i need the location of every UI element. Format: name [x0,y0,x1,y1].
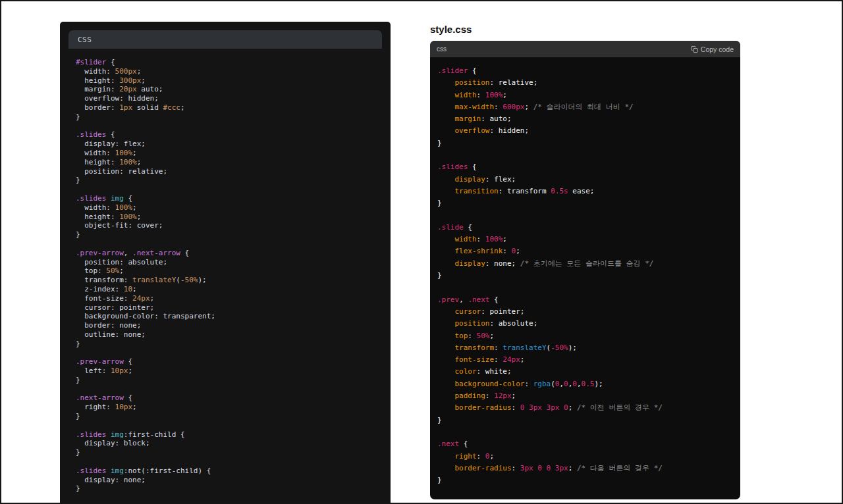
code-line: display: none; [76,476,384,485]
code-line: cursor: pointer; [437,306,733,318]
code-line: max-width: 600px; /* 슬라이더의 최대 너비 */ [437,101,733,113]
code-line: .slides img { [76,194,384,203]
code-line: width: 100%; [76,203,384,213]
left-code-block: CSS #slider { width: 500px; height: 300p… [60,22,391,504]
code-line: border: 1px solid #ccc; [76,103,384,113]
left-code-content: #slider { width: 500px; height: 300px; m… [60,49,391,493]
code-line: color: white; [437,366,733,378]
code-line: height: 300px; [76,76,384,86]
code-line: } [76,113,384,122]
code-line: .next-arrow { [76,393,384,403]
code-line: } [76,484,384,493]
code-line: margin: auto; [437,113,733,125]
code-line: padding: 12px; [437,390,733,402]
code-line [437,149,733,161]
code-line: .slides img:not(:first-child) { [76,466,384,476]
code-line: .slides img:first-child { [76,430,384,440]
code-line: transform: translateY(-50%); [76,276,384,285]
right-code-content: .slider { position: relative; width: 100… [430,57,740,494]
code-line: transform: translateY(-50%); [437,342,733,354]
code-line: } [76,340,384,349]
code-line: .slides { [437,161,733,173]
code-line: margin: 20px auto; [76,85,384,94]
code-line: } [76,412,384,421]
code-line: border-radius: 3px 0 0 3px; /* 다음 버튼의 경우… [437,463,733,474]
code-line: } [76,448,384,457]
code-line [76,122,384,131]
code-line: z-index: 10; [76,285,384,294]
code-line: right: 10px; [76,403,384,412]
file-title: style.css [430,24,472,35]
code-line: overflow: hidden; [76,94,384,103]
code-line: object-fit: cover; [76,221,384,230]
code-line [437,210,733,222]
code-line: width: 100%; [437,89,733,101]
code-line: display: block; [76,439,384,448]
code-line: left: 10px; [76,366,384,376]
left-code-language-label: CSS [78,36,92,44]
code-line: position: absolute; [76,258,384,267]
code-line [76,457,384,466]
code-line: overflow: hidden; [437,125,733,137]
code-line: display: flex; [76,139,384,149]
copy-code-button[interactable]: Copy code [691,45,734,53]
code-line: } [437,415,733,426]
code-line: } [437,270,733,282]
code-line: border: none; [76,321,384,330]
code-line: width: 500px; [76,67,384,76]
code-line: .slide { [437,222,733,234]
code-line: .prev-arrow, .next-arrow { [76,249,384,258]
code-line: position: absolute; [437,318,733,330]
left-code-header: CSS [68,30,382,49]
code-line [76,349,384,358]
code-line: top: 50%; [437,330,733,342]
code-line: position: relative; [76,167,384,176]
code-line: outline: none; [76,330,384,340]
code-line: } [437,138,733,149]
code-line: .prev, .next { [437,294,733,306]
code-line: font-size: 24px; [437,354,733,366]
copy-code-label: Copy code [701,45,734,53]
code-line [76,185,384,194]
code-line: transition: transform 0.5s ease; [437,186,733,197]
right-code-block: css Copy code .slider { position: relati… [430,41,740,499]
code-line: font-size: 24px; [76,294,384,303]
code-line [437,282,733,293]
code-line: border-radius: 0 3px 3px 0; /* 이전 버튼의 경우… [437,402,733,414]
right-code-header: css Copy code [430,41,740,57]
code-line: height: 100%; [76,158,384,167]
code-line: .next { [437,438,733,450]
code-line [76,421,384,430]
code-line: right: 0; [437,451,733,463]
code-line: background-color: rgba(0,0,0,0.5); [437,378,733,390]
code-line: display: none; /* 초기에는 모든 슬라이드를 숨김 */ [437,258,733,270]
code-line: flex-shrink: 0; [437,245,733,257]
code-line: width: 100%; [437,234,733,245]
code-line: } [76,230,384,239]
code-line: #slider { [76,58,384,67]
code-line: position: relative; [437,77,733,89]
code-line: cursor: pointer; [76,303,384,313]
code-line: .slider { [437,65,733,77]
code-line: .prev-arrow { [76,357,384,366]
code-line: background-color: transparent; [76,312,384,321]
code-line: width: 100%; [76,149,384,158]
code-line: } [437,474,733,486]
copy-icon [691,45,698,53]
code-line: } [76,376,384,385]
code-line [76,385,384,394]
code-line: } [76,176,384,185]
code-line: } [437,197,733,209]
code-line: .slides { [76,130,384,139]
code-line: height: 100%; [76,213,384,222]
code-line [76,239,384,249]
right-code-language-label: css [437,45,447,53]
code-line: display: flex; [437,174,733,186]
code-line: top: 50%; [76,266,384,276]
code-line [437,426,733,438]
